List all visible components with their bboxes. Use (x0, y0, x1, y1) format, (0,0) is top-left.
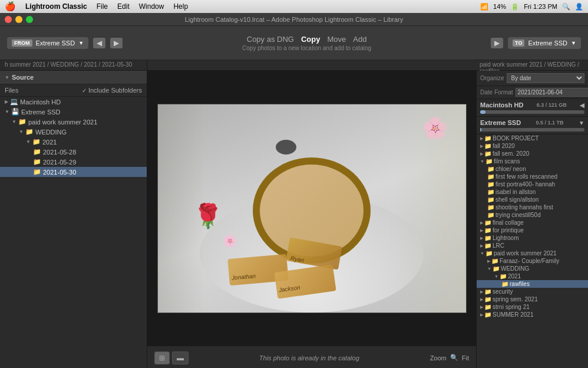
dest-tree-security[interactable]: ▶ 📁 security (477, 288, 588, 295)
source-next-button[interactable]: ▶ (110, 38, 123, 48)
wifi-icon: 📶 (480, 3, 488, 11)
for-printique-label: for printique (493, 227, 524, 234)
isabel-label: isabel in allston (495, 189, 536, 195)
2021-05-30-folder-icon: 📁 (33, 168, 41, 176)
close-button[interactable] (5, 16, 12, 23)
dest-tree-strni[interactable]: ▶ 📁 strni spring 21 (477, 303, 588, 311)
dest-tree-film-scans[interactable]: ▼ 📁 film scans (477, 157, 588, 165)
lightroom-folder-icon: 📁 (484, 235, 491, 241)
dest-tree-2021-dest[interactable]: ▼ 📁 2021 (477, 272, 588, 280)
include-subfolders-toggle[interactable]: ✓ Include Subfolders (82, 87, 142, 94)
spring-sem-folder-icon: 📁 (484, 296, 491, 303)
copy-button[interactable]: Copy (301, 35, 321, 44)
dest-tree-faraaz[interactable]: ▶ 📁 Faraaz- Couple/Family (477, 257, 588, 265)
book-project-folder-icon: 📁 (484, 135, 491, 142)
paid-work-summer-folder-icon: 📁 (485, 250, 493, 257)
first-rolls-label: first few rolls rescanned (495, 173, 557, 180)
menu-file[interactable]: File (97, 2, 108, 11)
copy-as-dng-button[interactable]: Copy as DNG (247, 35, 294, 44)
maximize-button[interactable] (26, 16, 33, 23)
shell-sign-label: shell sign/allston (495, 196, 539, 203)
dest-tree-lrc[interactable]: ▶ 📁 LRC (477, 242, 588, 249)
dest-tree-shooting-hannahs[interactable]: 📁 shooting hannahs first (477, 203, 588, 211)
dest-prev-button[interactable]: ▶ (491, 38, 503, 48)
move-button[interactable]: Move (327, 35, 346, 44)
tree-item-2021[interactable]: ▼ 📁 2021 (0, 137, 147, 147)
source-name: Extreme SSD (36, 40, 75, 47)
tree-item-wedding[interactable]: ▼ 📁 WEDDING (0, 127, 147, 137)
dest-tree-wedding-dest[interactable]: ▼ 📁 WEDDING (477, 265, 588, 272)
final-collage-label: final collage (493, 219, 524, 226)
dest-tree-chloe-neon[interactable]: 📁 chloe/ neon (477, 165, 588, 173)
checkmark-icon: ✓ (82, 87, 87, 94)
chloe-neon-folder-icon: 📁 (487, 166, 494, 172)
spring-sem-label: spring sem. 2021 (493, 296, 538, 303)
grid-view-button[interactable]: ⊞ (154, 351, 170, 364)
lrc-triangle: ▶ (480, 244, 483, 248)
source-panel-header[interactable]: ▼ Source (0, 71, 147, 84)
tree-item-2021-05-29[interactable]: 📁 2021-05-29 (0, 157, 147, 167)
loupe-view-button[interactable]: ▬ (172, 351, 189, 364)
source-dropdown-icon[interactable]: ▼ (78, 40, 84, 46)
dest-tree-fall-sem-2020[interactable]: ▶ 📁 fall sem. 2020 (477, 150, 588, 157)
book-project-triangle: ▶ (480, 136, 483, 141)
dest-tree-spring-sem[interactable]: ▶ 📁 spring sem. 2021 (477, 295, 588, 303)
dest-tree-fall-2020[interactable]: ▶ 📁 fall 2020 (477, 142, 588, 150)
dest-tree-summer-2021[interactable]: ▶ 📁 SUMMER 2021 (477, 311, 588, 318)
paid-work-folder-icon: 📁 (18, 118, 27, 126)
tree-item-paid-work[interactable]: ▼ 📁 paid work summer 2021 (0, 117, 147, 127)
dest-tree-final-collage[interactable]: ▶ 📁 final collage (477, 219, 588, 226)
source-selector[interactable]: FROM Extreme SSD ▼ (7, 37, 88, 49)
trying-cinestill-label: trying cinestill50d (495, 212, 541, 218)
2021-05-28-label: 2021-05-28 (43, 149, 76, 156)
search-icon[interactable]: 🔍 (562, 3, 570, 11)
macintosh-hd-drive: Macintosh HD 6.3 / 121 GB ◀ (477, 99, 588, 117)
organize-select[interactable]: By date (507, 73, 584, 83)
menu-edit[interactable]: Edit (117, 2, 130, 11)
user-icon[interactable]: 👤 (575, 3, 583, 11)
zoom-label: Zoom (430, 354, 447, 362)
dest-tree-book-project[interactable]: ▶ 📁 BOOK PROJECT (477, 134, 588, 142)
dest-tree-first-rolls[interactable]: 📁 first few rolls rescanned (477, 173, 588, 180)
fall-2020-folder-icon: 📁 (484, 143, 491, 149)
dest-tree-for-printique[interactable]: ▶ 📁 for printique (477, 226, 588, 234)
dest-breadcrumb: paid work summer 2021 / WEDDING / rawfil… (476, 60, 588, 70)
menu-help[interactable]: Help (173, 2, 188, 11)
dest-dropdown-icon[interactable]: ▼ (571, 40, 576, 46)
dest-tree-paid-work-summer[interactable]: ▼ 📁 paid work summer 2021 (477, 249, 588, 257)
tree-item-2021-05-28[interactable]: 📁 2021-05-28 (0, 147, 147, 157)
organize-label: Organize (480, 75, 504, 81)
extreme-ssd-triangle: ▼ (5, 109, 9, 114)
2021-folder-icon: 📁 (32, 138, 41, 146)
add-button[interactable]: Add (353, 35, 366, 44)
macintosh-hd-drive-label: Macintosh HD (480, 101, 523, 109)
tree-item-macintosh-hd[interactable]: ▶ 💻 Macintosh HD (0, 97, 147, 107)
dest-tree-first-portra[interactable]: 📁 first portra400- hannah (477, 180, 588, 188)
extreme-ssd-drive: Extreme SSD 0.5 / 1.1 TB ▼ (477, 117, 588, 134)
wedding-triangle: ▼ (19, 129, 24, 134)
source-triangle-icon: ▼ (5, 75, 9, 80)
security-label: security (493, 288, 513, 295)
date-format-input[interactable] (516, 88, 588, 97)
dest-selector[interactable]: TO Extreme SSD ▼ (508, 37, 581, 49)
menu-window[interactable]: Window (139, 2, 164, 11)
dest-tree-lightroom[interactable]: ▶ 📁 Lightroom (477, 234, 588, 242)
dest-tree-isabel[interactable]: 📁 isabel in allston (477, 188, 588, 196)
image-container[interactable]: 🌸 🌹 🌸 Jonathan Jackson Ryan (147, 71, 476, 346)
dest-tree-rawfiles[interactable]: 📁 rawfiles (477, 280, 588, 288)
minimize-button[interactable] (15, 16, 22, 23)
include-subfolders-label: Include Subfolders (88, 87, 142, 94)
date-format-row: Date Format (477, 86, 588, 99)
tree-item-2021-05-30[interactable]: 📁 2021-05-30 (0, 167, 147, 177)
dest-tree-shell-sign[interactable]: 📁 shell sign/allston (477, 196, 588, 203)
paid-work-summer-label: paid work summer 2021 (494, 250, 557, 257)
dest-tree-trying-cinestill[interactable]: 📁 trying cinestill50d (477, 211, 588, 219)
apple-menu[interactable]: 🍎 (5, 1, 16, 12)
dest-name: Extreme SSD (528, 40, 567, 47)
fit-button[interactable]: Fit (462, 354, 469, 362)
tree-item-extreme-ssd[interactable]: ▼ 💾 Extreme SSD (0, 107, 147, 117)
extreme-ssd-arrow: ▼ (579, 120, 584, 126)
source-panel-label: Source (12, 74, 34, 81)
shell-sign-folder-icon: 📁 (487, 196, 494, 203)
source-prev-button[interactable]: ◀ (93, 38, 105, 48)
